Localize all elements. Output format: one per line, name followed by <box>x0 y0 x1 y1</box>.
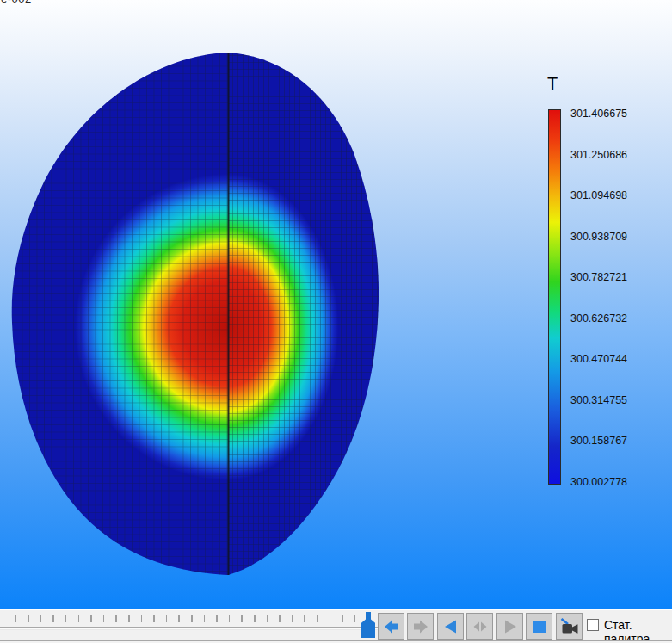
legend-tick: 300.470744 <box>570 353 657 366</box>
play-both-button[interactable] <box>466 613 493 640</box>
legend-tick: 301.094698 <box>570 189 657 202</box>
play-backward-button[interactable] <box>437 613 464 640</box>
step-backward-button[interactable] <box>378 613 404 640</box>
static-palette-checkbox[interactable] <box>587 619 599 631</box>
static-palette-label: Стат. палитра <box>604 618 672 643</box>
mesh-grid-left <box>12 53 228 575</box>
record-video-button[interactable] <box>556 613 583 640</box>
slider-thumb-body <box>361 617 375 638</box>
triangles-outward-icon <box>470 616 490 637</box>
legend-tick-labels: 301.406675 301.250686 301.094698 300.938… <box>570 108 657 489</box>
legend-tick: 301.406675 <box>570 108 657 121</box>
animation-toolbar: Стат. палитра <box>0 609 672 643</box>
camera-icon <box>558 615 581 638</box>
application-window: e-002 <box>0 0 672 643</box>
arrow-right-icon <box>410 616 431 637</box>
square-icon <box>529 616 550 637</box>
stop-button[interactable] <box>526 613 552 640</box>
legend-tick: 301.250686 <box>570 149 657 162</box>
legend-tick: 300.002778 <box>570 476 657 489</box>
legend-tick: 300.158767 <box>570 435 657 448</box>
arrow-left-icon <box>381 616 402 637</box>
legend-colorbar <box>548 109 561 485</box>
slider-ticks <box>3 615 378 622</box>
legend-tick: 300.626732 <box>570 312 657 325</box>
mesh-grid-right <box>228 53 379 575</box>
step-forward-button[interactable] <box>407 613 434 640</box>
legend-tick: 300.782721 <box>570 271 657 284</box>
time-slider-track[interactable] <box>0 627 379 630</box>
play-forward-button[interactable] <box>496 613 523 640</box>
triangle-right-icon <box>500 616 521 637</box>
triangle-left-icon <box>441 616 461 637</box>
3d-viewport[interactable]: e-002 <box>0 0 672 609</box>
legend-tick: 300.938709 <box>570 231 657 244</box>
legend-tick: 300.314755 <box>570 394 657 407</box>
time-slider-thumb[interactable] <box>361 612 375 638</box>
legend-title: T <box>547 74 558 94</box>
